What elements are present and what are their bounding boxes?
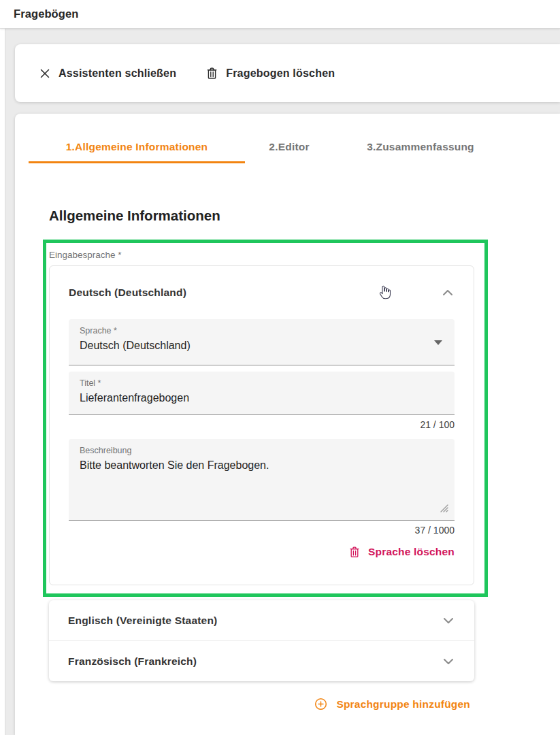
tab-general-information[interactable]: 1.Allgemeine Informationen	[29, 133, 245, 163]
hand-cursor-icon	[376, 284, 393, 306]
add-language-group-button[interactable]: Sprachgruppe hinzufügen	[314, 698, 470, 710]
trash-icon	[206, 67, 218, 80]
trash-icon	[349, 546, 360, 558]
description-field-value: Bitte beantworten Sie den Fragebogen.	[80, 459, 444, 472]
language-select-value: Deutsch (Deutschland)	[80, 340, 444, 352]
close-wizard-button[interactable]: Assistenten schließen	[39, 67, 176, 80]
language-select-label: Sprache *	[80, 326, 444, 336]
title-field[interactable]: Titel * Lieferantenfragebogen	[69, 372, 455, 415]
tab-label: 1.Allgemeine Informationen	[66, 141, 208, 153]
chevron-up-icon[interactable]	[442, 289, 453, 296]
language-panel-french-header[interactable]: Französisch (Frankreich)	[49, 641, 474, 681]
app-header: Fragebögen	[0, 0, 560, 29]
tab-summary[interactable]: 3.Zusammenfassung	[333, 133, 508, 163]
tab-label: 3.Zusammenfassung	[367, 141, 474, 153]
plus-circle-icon	[314, 698, 327, 710]
language-panel-german-body: Sprache * Deutsch (Deutschland) Titel * …	[50, 319, 474, 558]
language-panel-english-header[interactable]: Englisch (Vereinigte Staaten)	[49, 600, 474, 640]
delete-questionnaire-label: Fragebogen löschen	[226, 67, 335, 80]
toolbar-card: Assistenten schließen Fragebogen löschen	[15, 44, 560, 102]
section-heading: Allgemeine Informationen	[49, 208, 220, 224]
panel-title: Französisch (Frankreich)	[68, 655, 197, 668]
chevron-down-icon[interactable]	[443, 617, 454, 624]
wizard-card: 1.Allgemeine Informationen 2.Editor 3.Zu…	[15, 114, 560, 735]
title-field-value: Lieferantenfragebogen	[80, 392, 444, 404]
collapsed-languages-card: Englisch (Vereinigte Staaten) Französisc…	[49, 600, 474, 681]
description-field[interactable]: Beschreibung Bitte beantworten Sie den F…	[69, 439, 455, 521]
left-rail	[0, 29, 5, 735]
description-field-label: Beschreibung	[80, 446, 444, 455]
panel-title: Deutsch (Deutschland)	[69, 287, 186, 299]
title-field-label: Titel *	[80, 378, 444, 388]
description-char-counter: 37 / 1000	[69, 525, 455, 536]
close-wizard-label: Assistenten schließen	[59, 67, 176, 80]
delete-language-label: Sprache löschen	[368, 546, 455, 558]
add-language-group-label: Sprachgruppe hinzufügen	[336, 698, 470, 710]
language-panel-german-header[interactable]: Deutsch (Deutschland)	[50, 266, 474, 319]
tab-label: 2.Editor	[269, 141, 309, 153]
delete-language-row: Sprache löschen	[69, 546, 455, 558]
panel-title: Englisch (Vereinigte Staaten)	[68, 615, 217, 627]
tab-bar: 1.Allgemeine Informationen 2.Editor 3.Zu…	[29, 133, 508, 163]
page: Fragebögen Assistenten schließen Fra	[0, 0, 560, 735]
delete-questionnaire-button[interactable]: Fragebogen löschen	[206, 67, 335, 80]
chevron-down-icon[interactable]	[443, 658, 454, 665]
title-char-counter: 21 / 100	[69, 419, 455, 430]
caret-down-icon	[434, 340, 442, 345]
resize-grip-icon[interactable]	[439, 503, 448, 515]
delete-language-button[interactable]: Sprache löschen	[349, 546, 455, 558]
language-select[interactable]: Sprache * Deutsch (Deutschland)	[69, 319, 455, 365]
highlight-box: Eingabesprache * Deutsch (Deutschland) S…	[43, 240, 488, 597]
input-language-label: Eingabesprache *	[49, 250, 122, 260]
close-icon	[39, 68, 50, 79]
language-panel-german: Deutsch (Deutschland) Sprache * Deutsch …	[49, 265, 474, 585]
page-title: Fragebögen	[14, 7, 78, 20]
tab-editor[interactable]: 2.Editor	[245, 133, 333, 163]
